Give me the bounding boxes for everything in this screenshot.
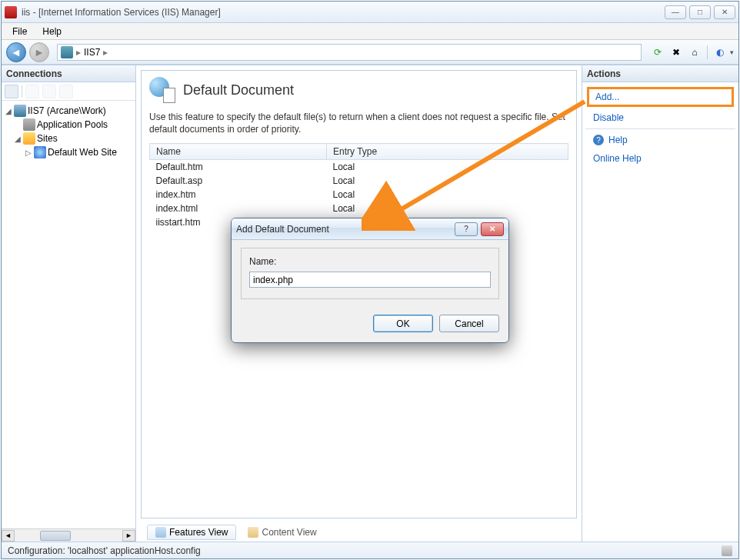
feature-description: Use this feature to specify the default …: [149, 111, 568, 135]
action-online-help[interactable]: Online Help: [585, 149, 735, 168]
ok-button[interactable]: OK: [373, 315, 433, 332]
tab-label: Features View: [169, 527, 228, 538]
toolbar-button[interactable]: [25, 85, 39, 98]
tab-label: Content View: [262, 527, 316, 538]
actions-pane: Actions Add... Disable ? Help Online Hel…: [582, 65, 738, 542]
table-row[interactable]: index.htmlLocal: [150, 202, 568, 215]
tree-default-site[interactable]: ▷ Default Web Site: [3, 145, 134, 159]
dialog-help-button[interactable]: ?: [455, 222, 478, 236]
server-icon: [14, 105, 26, 117]
close-window-button[interactable]: ✕: [714, 5, 735, 19]
dialog-button-row: OK Cancel: [232, 307, 508, 334]
default-document-icon: [149, 77, 175, 103]
chevron-right-icon: ▸: [103, 47, 108, 58]
window-title: iis - [Internet Information Services (II…: [22, 7, 662, 18]
scroll-thumb[interactable]: [40, 531, 71, 541]
features-view-icon: [155, 527, 166, 538]
titlebar: iis - [Internet Information Services (II…: [2, 2, 738, 23]
toolbar-button[interactable]: [5, 85, 18, 98]
tree-app-pools[interactable]: Application Pools: [3, 118, 134, 132]
cell-name: index.html: [150, 202, 327, 215]
tree-label: IIS7 (Arcane\Work): [28, 105, 106, 116]
dialog-close-button[interactable]: ✕: [481, 222, 504, 236]
name-input[interactable]: [249, 272, 491, 288]
folder-icon: [23, 132, 35, 145]
content-view-icon: [248, 527, 258, 538]
collapse-icon[interactable]: ◢: [14, 135, 22, 143]
statusbar: Configuration: 'localhost' applicationHo…: [2, 542, 738, 558]
dialog-title: Add Default Document: [236, 224, 452, 235]
view-tabs: Features View Content View: [141, 523, 577, 542]
connections-toolbar: [2, 82, 135, 101]
home-icon[interactable]: ⌂: [686, 44, 703, 61]
stop-icon[interactable]: ✖: [668, 44, 685, 61]
dialog-titlebar: Add Default Document ? ✕: [232, 218, 508, 240]
action-label: Help: [608, 135, 628, 145]
cell-name: Default.asp: [150, 174, 327, 188]
connections-header: Connections: [2, 65, 135, 82]
cancel-button[interactable]: Cancel: [439, 315, 499, 332]
feature-title: Default Document: [183, 82, 294, 98]
add-default-document-dialog: Add Default Document ? ✕ Name: OK Cancel: [231, 218, 509, 343]
maximize-button[interactable]: □: [689, 5, 711, 19]
tab-features-view[interactable]: Features View: [147, 525, 236, 540]
separator: [707, 45, 708, 59]
nav-back-button[interactable]: ◄: [6, 42, 26, 62]
config-icon: [722, 545, 732, 556]
cell-type: Local: [327, 160, 568, 175]
cell-name: Default.htm: [150, 160, 327, 175]
action-label: Add...: [595, 92, 619, 102]
dropdown-icon[interactable]: ▾: [730, 48, 734, 56]
dialog-group: Name:: [241, 248, 499, 299]
help-icon: ?: [593, 135, 604, 145]
feature-header: Default Document: [149, 77, 568, 103]
scroll-left-icon[interactable]: ◄: [2, 530, 15, 542]
cell-name: index.htm: [150, 188, 327, 202]
globe-icon: [34, 146, 46, 158]
separator: [22, 85, 22, 98]
column-entry-type[interactable]: Entry Type: [327, 144, 568, 160]
tab-content-view[interactable]: Content View: [239, 525, 325, 540]
name-label: Name:: [249, 256, 491, 267]
nav-right-icons: ⟳ ✖ ⌂ ◐ ▾: [649, 44, 734, 61]
cell-type: Local: [327, 188, 568, 202]
tree-server-node[interactable]: ◢ IIS7 (Arcane\Work): [3, 104, 134, 118]
menu-file[interactable]: File: [6, 25, 33, 38]
toolbar-button[interactable]: [42, 85, 56, 98]
menubar: File Help: [2, 23, 738, 40]
dialog-body: Name:: [232, 240, 508, 307]
action-disable[interactable]: Disable: [585, 108, 735, 127]
column-name[interactable]: Name: [150, 144, 327, 160]
cell-type: Local: [327, 174, 568, 188]
horizontal-scrollbar[interactable]: ◄ ►: [2, 528, 135, 542]
table-row[interactable]: Default.aspLocal: [150, 174, 568, 188]
table-row[interactable]: index.htmLocal: [150, 188, 568, 202]
action-add[interactable]: Add...: [587, 87, 734, 107]
collapse-icon[interactable]: ◢: [5, 107, 12, 115]
tree-label: Sites: [37, 133, 58, 144]
action-label: Disable: [593, 112, 624, 123]
tree-label: Default Web Site: [48, 147, 117, 158]
chevron-right-icon: ▸: [76, 47, 81, 58]
tree-sites[interactable]: ◢ Sites: [3, 132, 134, 145]
table-row[interactable]: Default.htmLocal: [150, 160, 568, 175]
app-icon: [5, 6, 17, 18]
nav-forward-button[interactable]: ►: [29, 42, 49, 62]
documents-table: Name Entry Type Default.htmLocal Default…: [149, 143, 568, 229]
expand-icon[interactable]: ▷: [25, 148, 32, 157]
refresh-icon[interactable]: ⟳: [649, 44, 666, 61]
menu-help[interactable]: Help: [36, 25, 68, 38]
connections-pane: Connections ◢ IIS7 (Arcane\Work) Applica…: [2, 65, 136, 542]
breadcrumb-node: IIS7: [84, 47, 100, 58]
toolbar-button[interactable]: [59, 85, 73, 98]
breadcrumb[interactable]: ▸ IIS7 ▸: [57, 44, 642, 61]
app-pools-icon: [23, 118, 35, 131]
minimize-button[interactable]: —: [665, 5, 686, 19]
scroll-right-icon[interactable]: ►: [122, 530, 135, 542]
action-help[interactable]: ? Help: [585, 131, 735, 149]
help-icon[interactable]: ◐: [712, 44, 728, 61]
server-icon: [61, 46, 73, 58]
cell-type: Local: [327, 202, 568, 215]
actions-header: Actions: [582, 65, 738, 82]
action-label: Online Help: [593, 153, 642, 164]
